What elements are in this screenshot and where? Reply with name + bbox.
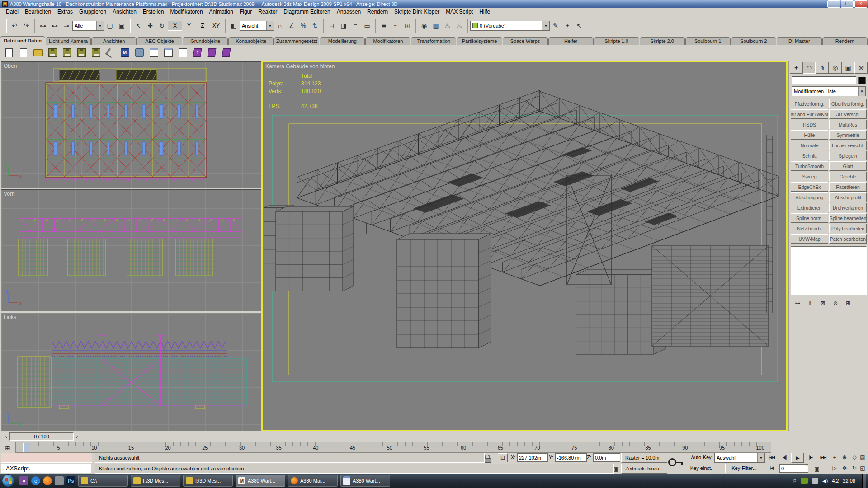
current-frame-field[interactable] <box>779 464 808 473</box>
save-as-icon[interactable] <box>61 47 72 58</box>
time-configuration-icon[interactable]: ▣ <box>812 464 821 474</box>
modifier-button[interactable]: air and Fur (WKM <box>791 109 828 119</box>
menu-reaktor[interactable]: Reaktor <box>255 9 280 15</box>
modifier-button[interactable]: Sweep <box>791 172 828 181</box>
modifier-button[interactable]: Oberflverformg. <box>829 99 867 108</box>
modifier-button[interactable]: Abschr.profil <box>829 192 867 202</box>
create-tab-icon[interactable]: ✦ <box>790 62 803 74</box>
absolute-offset-toggle-icon[interactable]: ⊡ <box>498 453 508 462</box>
viewport-left-label[interactable]: Links <box>4 314 16 320</box>
quicklaunch-app-icon[interactable] <box>55 476 64 485</box>
tab-soulbourn-1[interactable]: Soulbourn 1 <box>685 37 731 45</box>
key-mode-wave-icon[interactable]: ~ <box>715 464 724 474</box>
undo-icon[interactable]: ↶ <box>9 20 20 31</box>
modifier-button[interactable]: Netz bearb. <box>791 224 828 233</box>
taskbar-button-3dsmax[interactable]: M A380 Wart... <box>236 475 285 487</box>
align-icon[interactable]: ≡ <box>350 20 361 31</box>
taskbar-button-firefox[interactable]: A380 Mai... <box>288 475 338 487</box>
modifier-button[interactable]: Poly bearbeiten <box>829 224 867 233</box>
tab-transformation[interactable]: Transformation <box>411 37 456 45</box>
motion-tab-icon[interactable]: ◎ <box>829 62 842 74</box>
select-object-icon[interactable]: ↖ <box>133 20 144 31</box>
orbit-icon[interactable]: ↻ <box>850 464 859 473</box>
display-tab-icon[interactable]: ▣ <box>842 62 855 74</box>
taskbar-button-window[interactable]: A380 Wart... <box>340 475 390 487</box>
next-frame-arrow[interactable]: › <box>74 432 80 441</box>
bind-to-spacewarp-icon[interactable]: ⊸ <box>61 20 72 31</box>
save-copy-icon[interactable] <box>76 47 87 58</box>
menu-hilfe[interactable]: Hilfe <box>476 9 493 15</box>
menu-bearbeiten[interactable]: Bearbeiten <box>22 9 54 15</box>
pan-icon[interactable]: ✥ <box>840 464 849 473</box>
layer-manager-icon[interactable]: ≣ <box>378 20 389 31</box>
modifier-button[interactable]: Greeble <box>829 172 867 181</box>
make-unique-icon[interactable]: ⊠ <box>818 298 827 309</box>
modifier-button[interactable]: 3D-Versch. <box>829 109 867 119</box>
percent-snap-icon[interactable]: % <box>298 20 309 31</box>
menu-anpassen[interactable]: Anpassen <box>334 9 364 15</box>
modifier-button[interactable]: Löcher verschl. <box>829 141 867 150</box>
menu-rendern[interactable]: Rendern <box>364 9 391 15</box>
modifier-button[interactable]: EdgeChEx <box>791 182 828 192</box>
taskbar-button-folder-2[interactable]: I:\3D Mes... <box>183 475 233 487</box>
chevron-down-icon[interactable]: ▼ <box>542 21 549 30</box>
tray-flag-icon[interactable]: ⚐ <box>792 478 797 484</box>
open-file-icon[interactable] <box>33 47 43 58</box>
tab-aec-objekte[interactable]: AEC Objekte <box>137 37 182 45</box>
app-link-2-icon[interactable] <box>134 47 145 58</box>
merge-file-icon[interactable] <box>148 47 159 58</box>
help-book-icon[interactable]: ? <box>192 47 203 58</box>
modifier-button[interactable]: Spline bearbeiten <box>829 213 867 223</box>
configure-modifier-sets-icon[interactable]: ⊞ <box>844 298 853 309</box>
set-key-button[interactable]: Key einst. <box>689 464 713 473</box>
window-crossing-icon[interactable]: ▣ <box>116 20 127 31</box>
minimize-button[interactable]: – <box>827 0 840 8</box>
viewport-left[interactable]: zy Links <box>1 313 261 431</box>
menu-diagramm-editoren[interactable]: Diagramm Editoren <box>280 9 333 15</box>
tab-soulbourn-2[interactable]: Soulbourn 2 <box>731 37 776 45</box>
modifier-button[interactable]: Abschrägung <box>791 192 828 202</box>
viewport-front-label[interactable]: Vorn <box>4 191 15 197</box>
key-filter-button[interactable]: Key-Filter... <box>725 464 763 473</box>
object-name-input[interactable] <box>792 76 856 84</box>
volume-icon[interactable]: ◀) <box>822 478 828 484</box>
show-desktop-button[interactable] <box>862 474 866 488</box>
menu-ansichten[interactable]: Ansichten <box>109 9 140 15</box>
save-selected-icon[interactable] <box>90 47 101 58</box>
reference-coordinate-dropdown[interactable]: Ansicht ▼ <box>240 21 274 31</box>
tab-modifikatoren[interactable]: Modifikatoren <box>365 37 410 45</box>
hierarchy-tab-icon[interactable]: ⋔ <box>816 62 829 74</box>
frame-spinner[interactable]: ▲▼ <box>806 464 810 472</box>
menu-gruppieren[interactable]: Gruppieren <box>76 9 109 15</box>
mirror-tool-icon[interactable]: ◨ <box>338 20 349 31</box>
viewport-top-label[interactable]: Oben <box>4 63 17 69</box>
show-end-result-icon[interactable]: ‖ <box>806 298 815 309</box>
prev-frame-arrow[interactable]: ‹ <box>3 432 9 441</box>
maxscript-mini-listener-pink[interactable] <box>1 453 92 463</box>
time-slider-handle[interactable] <box>23 443 30 452</box>
start-button[interactable] <box>2 474 14 487</box>
viewport-camera[interactable]: Kamera Gebäude von hinten Total Polys:31… <box>262 61 787 431</box>
tutorial-book-2-icon[interactable] <box>221 47 231 58</box>
close-button[interactable]: × <box>854 0 867 8</box>
go-to-end-button[interactable]: ▶▶| <box>817 453 829 462</box>
selection-lock-icon[interactable] <box>485 455 490 463</box>
time-slider-track[interactable]: 05 1015 2025 3035 4045 5055 6065 7075 80… <box>15 442 771 453</box>
firefox-icon[interactable] <box>43 476 52 485</box>
previous-key-button[interactable]: ◀|| <box>778 453 790 462</box>
usb-tray-icon[interactable] <box>812 478 818 484</box>
selection-set-dropdown[interactable]: Auswahl ▼ <box>714 453 765 463</box>
tab-grundobjekte[interactable]: Grundobjekte <box>183 37 228 45</box>
maximize-viewport-icon[interactable]: ◱ <box>858 464 867 473</box>
maximize-button[interactable]: ▢ <box>841 0 854 8</box>
tab-partikelsysteme[interactable]: Partikelsysteme <box>457 37 502 45</box>
modifier-button[interactable]: Symmetrie <box>829 130 867 140</box>
modifier-button[interactable]: Extrudieren <box>791 203 828 212</box>
modify-tab-icon[interactable]: ◠ <box>803 62 816 74</box>
remove-modifier-icon[interactable]: ⊘ <box>831 298 840 309</box>
viewport-front[interactable]: zx Vorn <box>1 189 261 311</box>
quick-render-icon[interactable]: ♨ <box>454 20 465 31</box>
field-of-view-icon[interactable]: ▷ <box>830 464 839 473</box>
chevron-down-icon[interactable]: ▼ <box>96 21 104 30</box>
menu-erstellen[interactable]: Erstellen <box>140 9 167 15</box>
